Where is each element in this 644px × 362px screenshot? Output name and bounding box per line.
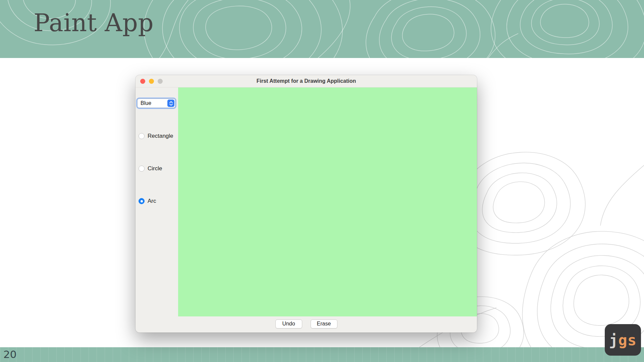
zoom-button[interactable] [158, 79, 163, 84]
traffic-lights [140, 75, 163, 87]
color-dropdown-value: Blue [138, 100, 167, 106]
radio-arc[interactable]: Arc [139, 197, 156, 205]
logo-text-gs: gs [618, 331, 637, 349]
radio-button-icon [139, 133, 145, 139]
radio-rectangle-label: Rectangle [148, 133, 173, 139]
window-footer: Undo Erase [136, 316, 477, 333]
minimize-button[interactable] [149, 79, 154, 84]
chevron-up-down-icon [167, 100, 174, 107]
radio-button-icon [139, 166, 145, 172]
window-titlebar: First Attempt for a Drawing Application [136, 75, 477, 87]
radio-rectangle[interactable]: Rectangle [139, 132, 173, 140]
logo-text-j: j [609, 331, 619, 349]
radio-button-icon [139, 198, 145, 204]
undo-button[interactable]: Undo [275, 319, 302, 328]
radio-circle[interactable]: Circle [139, 164, 162, 173]
drawing-canvas[interactable] [178, 87, 477, 316]
window-title: First Attempt for a Drawing Application [136, 78, 477, 84]
radio-arc-label: Arc [148, 198, 156, 204]
slide-title: Paint App [34, 9, 154, 37]
radio-circle-label: Circle [148, 165, 162, 172]
jgs-logo: jgs [605, 324, 641, 356]
page-number: 20 [3, 348, 16, 360]
header-banner: Paint App [0, 0, 644, 58]
color-dropdown[interactable]: Blue [137, 99, 175, 108]
window-content: Blue Rectangle Circle Arc [136, 87, 477, 316]
close-button[interactable] [140, 79, 145, 84]
erase-button[interactable]: Erase [311, 319, 337, 328]
footer-strip: 20 [0, 347, 644, 362]
tool-panel: Blue Rectangle Circle Arc [136, 87, 178, 316]
paint-app-window: First Attempt for a Drawing Application … [136, 75, 477, 333]
